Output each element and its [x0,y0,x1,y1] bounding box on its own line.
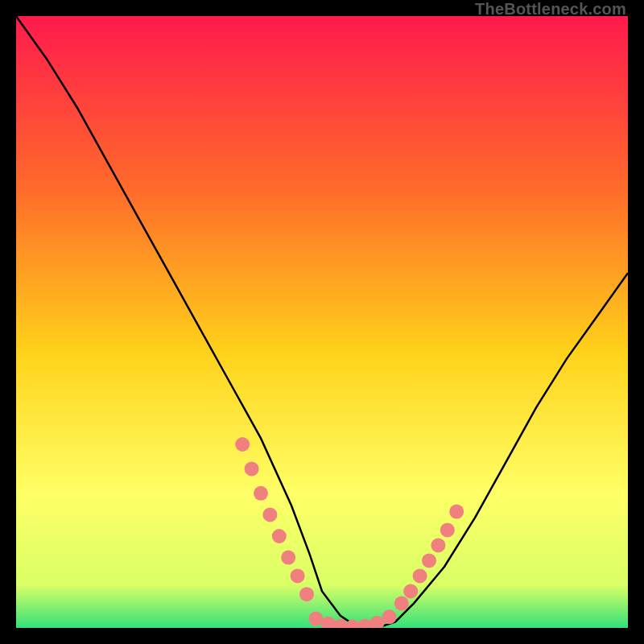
data-marker [382,609,397,624]
data-marker [422,553,436,568]
data-marker [403,584,418,598]
data-marker [235,437,250,452]
bottleneck-chart [16,16,628,628]
data-marker [245,461,259,476]
chart-frame [16,16,628,628]
data-marker [394,597,409,611]
data-marker [449,505,464,519]
data-marker [299,587,314,601]
gradient-background [16,16,628,628]
data-marker [291,568,305,583]
data-marker [272,529,287,543]
data-marker [281,551,295,565]
data-marker [440,522,455,537]
data-marker [413,568,427,583]
watermark-text: TheBottleneck.com [475,0,626,19]
data-marker [262,507,277,522]
data-marker [431,538,445,552]
data-marker [254,486,268,501]
